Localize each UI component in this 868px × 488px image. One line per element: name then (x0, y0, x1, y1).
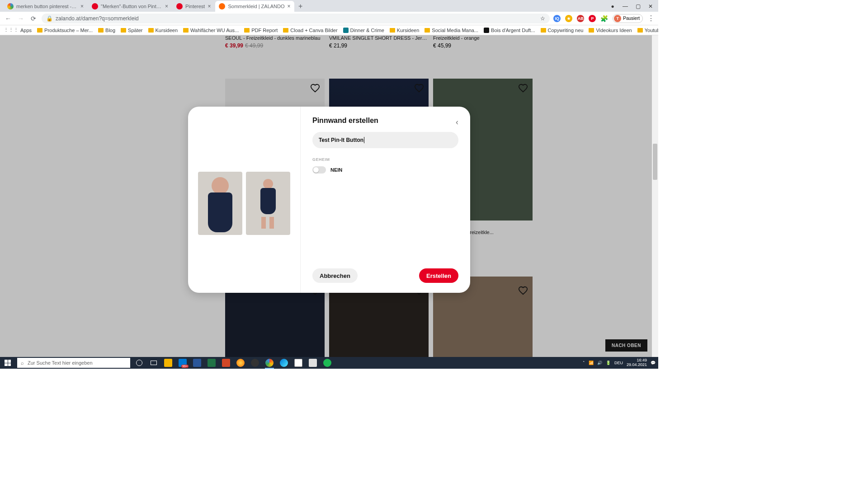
tab-title: Pinterest (185, 4, 205, 9)
bookmark-item[interactable]: Youtube WICHTIG (637, 28, 658, 33)
bookmark-item[interactable]: Videokurs Ideen (589, 28, 632, 33)
apps-button[interactable]: ⋮⋮⋮Apps (4, 27, 32, 33)
browser-tab-strip: merken button pinterest - Goog × "Merken… (0, 0, 658, 12)
create-button[interactable]: Erstellen (419, 268, 458, 283)
powerpoint-icon[interactable] (220, 357, 232, 369)
bookmark-item[interactable]: PDF Report (244, 28, 278, 33)
page-content: SEOUL - Freizeitkleid - dunkles marinebl… (0, 35, 658, 357)
close-icon[interactable]: × (288, 3, 291, 9)
app-icon[interactable] (234, 357, 247, 369)
close-icon[interactable]: × (208, 3, 211, 9)
tab-google[interactable]: merken button pinterest - Goog × (4, 1, 87, 12)
account-dot-icon[interactable]: ● (609, 3, 616, 9)
bookmark-item[interactable]: Cload + Canva Bilder (283, 28, 337, 33)
bookmark-item[interactable]: Social Media Mana... (425, 28, 478, 33)
secret-toggle[interactable] (312, 166, 326, 174)
word-icon[interactable] (191, 357, 203, 369)
maximize-icon[interactable]: ▢ (635, 3, 641, 9)
bookmark-item[interactable]: Copywriting neu (541, 28, 584, 33)
chrome-icon[interactable] (263, 357, 276, 369)
lock-icon: 🔒 (46, 15, 53, 22)
address-bar: ← → ⟳ 🔒 zalando.at/damen?q=sommerkleid ☆… (0, 12, 658, 25)
bookmarks-bar: ⋮⋮⋮Apps Produktsuche – Mer... Blog Späte… (0, 25, 658, 35)
profile-button[interactable]: T Pausiert (613, 14, 643, 23)
excel-icon[interactable] (205, 357, 218, 369)
battery-icon[interactable]: 🔋 (606, 361, 611, 365)
bookmark-item[interactable]: Wahlfächer WU Aus... (183, 28, 239, 33)
back-chevron-icon[interactable]: ‹ (456, 117, 458, 127)
language-indicator[interactable]: DEU (614, 361, 623, 365)
notepad-icon[interactable] (292, 357, 305, 369)
task-view-icon[interactable] (147, 357, 160, 369)
bookmark-item[interactable]: Bois d'Argent Duft... (484, 28, 535, 33)
app-icon[interactable] (307, 357, 319, 369)
bookmark-item[interactable]: Kursideen (148, 28, 178, 33)
search-placeholder: Zur Suche Text hier eingeben (28, 360, 93, 366)
pin-thumbnail (198, 172, 242, 235)
obs-icon[interactable] (249, 357, 261, 369)
tray-chevron-icon[interactable]: ˄ (583, 361, 585, 365)
notifications-icon[interactable]: 💬 (651, 361, 656, 365)
bookmark-item[interactable]: Später (121, 28, 142, 33)
bookmark-item[interactable]: Kursideen (390, 28, 420, 33)
avatar: T (614, 15, 621, 22)
file-explorer-icon[interactable] (162, 357, 175, 369)
secret-section-label: GEHEIM (312, 157, 458, 162)
clock[interactable]: 16:49 29.04.2021 (627, 358, 647, 367)
tab-zalando[interactable]: Sommerkleid | ZALANDO × (215, 1, 294, 12)
star-icon[interactable]: ☆ (540, 15, 545, 22)
tab-pinterest-help[interactable]: "Merken"-Button von Pinterest × (88, 1, 172, 12)
url-text: zalando.at/damen?q=sommerkleid (56, 15, 139, 22)
extensions-icon[interactable]: 🧩 (600, 15, 608, 22)
close-window-icon[interactable]: ✕ (647, 3, 654, 9)
toggle-value-label: NEIN (330, 167, 342, 173)
menu-icon[interactable]: ⋮ (647, 14, 655, 23)
tab-title: "Merken"-Button von Pinterest (101, 4, 162, 9)
close-icon[interactable]: × (80, 3, 84, 9)
cortana-icon[interactable] (133, 357, 146, 369)
page-scrollbar[interactable] (652, 35, 658, 357)
adblock-icon[interactable]: AB (577, 15, 584, 22)
tab-title: Sommerkleid | ZALANDO (228, 4, 284, 9)
bookmark-item[interactable]: Produktsuche – Mer... (37, 28, 93, 33)
bookmark-item[interactable]: Dinner & Crime (343, 28, 384, 33)
cancel-button[interactable]: Abbrechen (312, 268, 358, 283)
board-name-input[interactable]: Test Pin-It Button (312, 132, 458, 148)
input-value: Test Pin-It Button (319, 137, 363, 143)
extension-icon[interactable]: ★ (565, 15, 572, 22)
profile-status: Pausiert (623, 16, 640, 21)
create-board-modal: Pinnwand erstellen ‹ Test Pin-It Button … (188, 107, 470, 293)
extension-icon[interactable]: IQ (553, 15, 561, 22)
spotify-icon[interactable] (321, 357, 334, 369)
tab-pinterest[interactable]: Pinterest × (173, 1, 214, 12)
url-input[interactable]: 🔒 zalando.at/damen?q=sommerkleid ☆ (42, 14, 550, 23)
tab-title: merken button pinterest - Goog (16, 4, 78, 9)
modal-preview-pane (188, 107, 300, 293)
modal-form-pane: Pinnwand erstellen ‹ Test Pin-It Button … (300, 107, 470, 293)
windows-taskbar: ⌕ Zur Suche Text hier eingeben 99+ ˄ 📶 🔊… (0, 357, 658, 369)
minimize-icon[interactable]: — (622, 3, 628, 9)
pinterest-ext-icon[interactable]: P (589, 15, 596, 22)
start-button[interactable] (0, 357, 15, 369)
scroll-thumb[interactable] (653, 144, 657, 180)
bookmark-item[interactable]: Blog (98, 28, 115, 33)
forward-button: → (16, 14, 25, 23)
taskbar-search[interactable]: ⌕ Zur Suche Text hier eingeben (17, 358, 130, 368)
new-tab-button[interactable]: + (295, 1, 306, 12)
edge-icon[interactable] (278, 357, 290, 369)
modal-title: Pinnwand erstellen (312, 117, 458, 125)
reload-button[interactable]: ⟳ (29, 14, 38, 23)
close-icon[interactable]: × (165, 3, 168, 9)
mail-icon[interactable]: 99+ (176, 357, 189, 369)
search-icon: ⌕ (21, 360, 24, 366)
volume-icon[interactable]: 🔊 (597, 361, 602, 365)
wifi-icon[interactable]: 📶 (589, 361, 594, 365)
pin-thumbnail (246, 172, 290, 235)
back-button[interactable]: ← (4, 14, 13, 23)
